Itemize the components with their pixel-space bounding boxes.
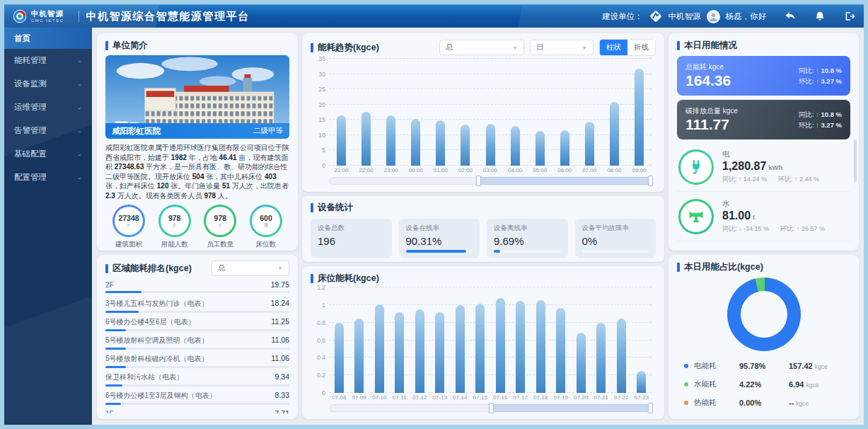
device-stat-bar-fill xyxy=(494,250,500,253)
rank-item-name: 5号楼放射科核磁内冷机（电表） xyxy=(105,354,209,364)
rank-item-name: 1F xyxy=(105,410,114,413)
y-tick-label: 15 xyxy=(311,116,325,123)
up-arrow-icon: ↑ xyxy=(816,121,819,129)
legend-percent: 95.78% xyxy=(739,362,789,370)
chart-plot-area: 05101520253035 xyxy=(329,59,652,166)
bar[interactable] xyxy=(375,304,384,393)
bar[interactable] xyxy=(617,319,626,393)
bar[interactable] xyxy=(475,304,485,393)
datazoom-selected-range[interactable] xyxy=(490,404,652,412)
user-avatar[interactable] xyxy=(707,10,720,23)
rank-bar-track xyxy=(105,311,289,313)
bar[interactable] xyxy=(461,125,470,165)
bar[interactable] xyxy=(395,312,404,393)
back-icon[interactable] xyxy=(785,11,796,22)
device-stat-box: 设备离线率9.69% xyxy=(487,219,568,258)
stat-ring-inner: 978人 xyxy=(161,207,189,235)
stat-value: 978 xyxy=(168,214,181,222)
energy-ring xyxy=(678,199,714,234)
datazoom-handle[interactable] xyxy=(648,176,653,186)
sidebar-item-home[interactable]: 首页 xyxy=(4,28,92,49)
logout-icon[interactable] xyxy=(844,11,855,22)
x-tick-label: 07-10 xyxy=(369,394,390,401)
chart-plot-area: 00.20.40.60.811.2 xyxy=(329,287,652,393)
sidebar-item-device[interactable]: 设备监测⌄ xyxy=(4,72,92,96)
stat-value: 978 xyxy=(214,214,227,222)
bell-icon[interactable] xyxy=(814,11,826,22)
datazoom-slider[interactable] xyxy=(329,177,652,185)
chevron-down-icon: ⌄ xyxy=(76,81,82,87)
scrollbar-thumb[interactable] xyxy=(854,139,857,182)
bar[interactable] xyxy=(435,312,444,393)
datazoom-handle[interactable] xyxy=(489,403,494,413)
card-title-device-stats: 设备统计 xyxy=(311,202,656,214)
bar[interactable] xyxy=(556,308,565,393)
x-tick-label: 07-16 xyxy=(490,394,511,401)
carbon-total-card: 碳排放总量 kgce 111.77 同比: ↑ 10.8 % 环比: ↑ 3.2… xyxy=(677,100,850,139)
energy-value: 81.00t xyxy=(722,209,849,222)
bar[interactable] xyxy=(511,126,520,166)
energy-ratio-donut-chart[interactable] xyxy=(727,278,801,351)
main-content: 单位简介 xyxy=(92,28,864,425)
bar[interactable] xyxy=(585,122,594,166)
hospital-stat-circle: 600张床位数 xyxy=(244,205,288,249)
legend-dot xyxy=(684,364,688,368)
stat-label: 床位数 xyxy=(256,240,277,249)
y-tick-label: 10 xyxy=(311,132,325,139)
datazoom-selected-range[interactable] xyxy=(478,177,652,185)
bar[interactable] xyxy=(596,323,606,393)
bar[interactable] xyxy=(335,323,344,393)
bar[interactable] xyxy=(577,333,586,393)
rank-row: 1F7.71 xyxy=(105,406,289,413)
bar[interactable] xyxy=(337,115,346,165)
sidebar-item-energy[interactable]: 能耗管理⌄ xyxy=(4,49,92,72)
sidebar-item-base[interactable]: 基础配置⌄ xyxy=(4,142,92,166)
bar[interactable] xyxy=(354,319,364,393)
sidebar-item-config[interactable]: 配置管理⌄ xyxy=(4,166,92,189)
bar-slot xyxy=(410,287,430,393)
bar[interactable] xyxy=(610,102,619,165)
x-tick-label: 07-21 xyxy=(591,394,612,401)
bar[interactable] xyxy=(386,115,395,166)
hospital-stat-circle: 978人员工数量 xyxy=(198,205,242,249)
legend-name: 热能耗 xyxy=(694,398,739,408)
region-rank-filter-select[interactable]: 总 ▼ xyxy=(212,261,289,276)
title-accent-bar xyxy=(677,263,680,272)
energy-type-rows: 电1,280.87kWh同比: ↑ 14.24 %环比: ↑ 2.44 %水81… xyxy=(677,142,850,245)
bar[interactable] xyxy=(516,301,525,393)
toggle-line-chart-button[interactable]: 折线 xyxy=(627,40,655,55)
bar-slot xyxy=(349,287,370,393)
energy-yoy: 同比: ↓ -34.15 % xyxy=(722,224,769,234)
bar[interactable] xyxy=(415,309,424,393)
bar[interactable] xyxy=(486,124,495,166)
bar[interactable] xyxy=(436,120,445,166)
x-tick-label: 21:00 xyxy=(329,167,354,173)
bar[interactable] xyxy=(560,130,569,166)
datazoom-handle[interactable] xyxy=(648,403,653,413)
device-stat-bar-track xyxy=(494,250,561,253)
bar[interactable] xyxy=(496,298,505,393)
trend-scope-select[interactable]: 总 ▼ xyxy=(439,40,524,55)
bar[interactable] xyxy=(637,371,646,393)
toggle-bar-chart-button[interactable]: 柱状 xyxy=(600,40,627,55)
bar[interactable] xyxy=(635,69,644,166)
bar[interactable] xyxy=(536,300,545,393)
bar[interactable] xyxy=(361,112,371,166)
energy-unit: t xyxy=(753,213,755,221)
datazoom-handle[interactable] xyxy=(476,176,481,186)
trend-period-select[interactable]: 日 ▼ xyxy=(530,40,594,55)
bar[interactable] xyxy=(456,305,465,393)
device-stat-label: 设备离线率 xyxy=(494,224,561,233)
bar-slot xyxy=(354,59,378,166)
total-energy-card: 总能耗 kgce 164.36 同比: ↑ 10.8 % 环比: ↑ 3.27 … xyxy=(677,56,850,96)
sidebar-item-alarm[interactable]: 告警管理⌄ xyxy=(4,119,92,142)
brand-text: 中机智源 CMC IETEC xyxy=(31,10,64,23)
builder-label: 建设单位： xyxy=(602,11,643,22)
x-tick-label: 03:00 xyxy=(478,167,502,173)
bar[interactable] xyxy=(411,119,420,166)
rank-item-name: 6号楼办公楼4至6层（电表） xyxy=(105,317,195,327)
datazoom-slider[interactable] xyxy=(329,404,652,412)
bar[interactable] xyxy=(536,131,545,166)
bar-slot xyxy=(369,287,390,393)
sidebar-item-ops[interactable]: 运维管理⌄ xyxy=(4,96,92,119)
